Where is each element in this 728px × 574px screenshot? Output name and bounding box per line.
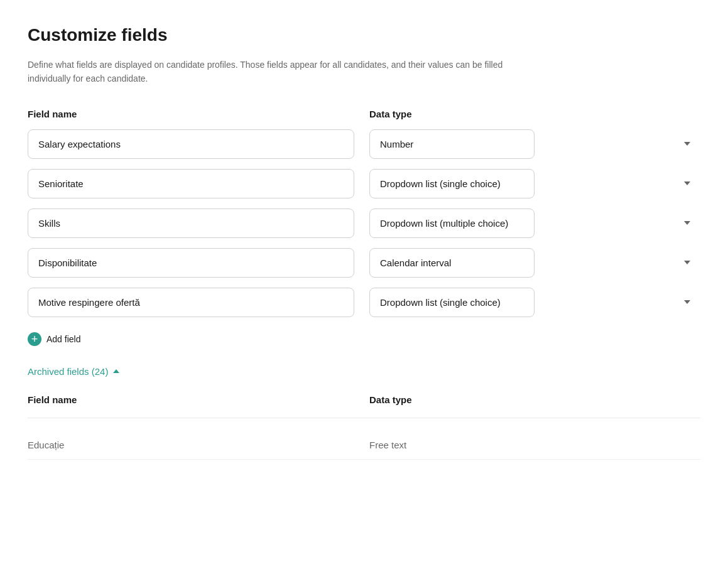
field-name-input[interactable] <box>28 208 354 238</box>
data-type-select-wrapper: NumberFree textDropdown list (single cho… <box>369 248 700 278</box>
data-type-select-wrapper: NumberFree textDropdown list (single cho… <box>369 129 700 159</box>
add-field-icon: + <box>28 332 41 346</box>
active-fields-list: NumberFree textDropdown list (single cho… <box>28 129 700 317</box>
field-name-input[interactable] <box>28 169 354 198</box>
add-field-button[interactable]: + Add field <box>28 327 80 351</box>
data-type-select-wrapper: NumberFree textDropdown list (single cho… <box>369 208 700 238</box>
archived-field-name-column-header: Field name <box>28 394 354 405</box>
field-name-column-header: Field name <box>28 109 354 119</box>
table-row: NumberFree textDropdown list (single cho… <box>28 169 700 198</box>
archived-field-data-type: Free text <box>369 440 700 450</box>
archived-fields-label: Archived fields (24) <box>28 366 108 377</box>
table-row: NumberFree textDropdown list (single cho… <box>28 208 700 238</box>
field-name-input[interactable] <box>28 248 354 278</box>
data-type-select[interactable]: NumberFree textDropdown list (single cho… <box>369 129 535 159</box>
archived-data-type-column-header: Data type <box>369 394 700 405</box>
archived-section: Field name Data type EducațieFree text <box>28 394 700 460</box>
table-row: NumberFree textDropdown list (single cho… <box>28 288 700 317</box>
data-type-column-header: Data type <box>369 109 700 119</box>
add-field-label: Add field <box>46 334 80 344</box>
data-type-select[interactable]: NumberFree textDropdown list (single cho… <box>369 208 535 238</box>
archived-header-divider <box>28 418 700 418</box>
page-title: Customize fields <box>28 25 700 45</box>
table-row: NumberFree textDropdown list (single cho… <box>28 129 700 159</box>
archived-fields-toggle[interactable]: Archived fields (24) <box>28 366 119 377</box>
data-type-select[interactable]: NumberFree textDropdown list (single cho… <box>369 248 535 278</box>
data-type-select[interactable]: NumberFree textDropdown list (single cho… <box>369 169 535 198</box>
data-type-select-wrapper: NumberFree textDropdown list (single cho… <box>369 169 700 198</box>
archived-fields-header: Field name Data type <box>28 394 700 405</box>
data-type-select-wrapper: NumberFree textDropdown list (single cho… <box>369 288 700 317</box>
active-fields-header: Field name Data type <box>28 109 700 119</box>
field-name-input[interactable] <box>28 129 354 159</box>
table-row: EducațieFree text <box>28 431 700 460</box>
archived-fields-list: EducațieFree text <box>28 431 700 460</box>
field-name-input[interactable] <box>28 288 354 317</box>
data-type-select[interactable]: NumberFree textDropdown list (single cho… <box>369 288 535 317</box>
chevron-up-icon <box>113 369 119 373</box>
table-row: NumberFree textDropdown list (single cho… <box>28 248 700 278</box>
archived-field-name: Educație <box>28 440 354 450</box>
page-description: Define what fields are displayed on cand… <box>28 58 505 86</box>
